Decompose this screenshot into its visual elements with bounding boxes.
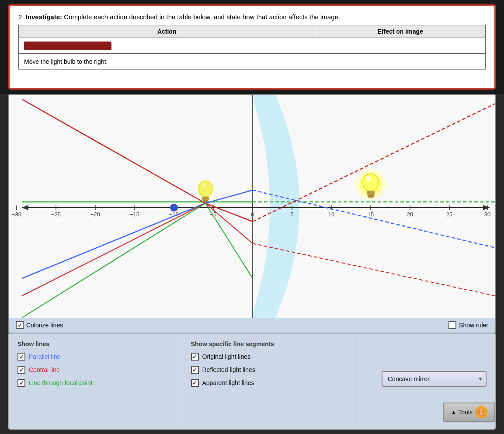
reflected-light-lines-row: Reflected light lines — [191, 366, 347, 374]
question-underline-label: Investigate: — [26, 13, 62, 21]
apparent-light-label: Apparent light lines — [202, 379, 254, 386]
show-lines-section: Show lines Parallel line Central line Li… — [9, 333, 182, 429]
ruler-checkbox-box[interactable] — [448, 321, 456, 329]
svg-rect-0 — [9, 95, 495, 318]
svg-text:20: 20 — [407, 211, 413, 218]
question-table: Action Effect on image Move the light bu… — [18, 25, 486, 69]
top-section: 2. Investigate: Complete each action des… — [0, 0, 504, 94]
show-segments-section: Show specific line segments Original lig… — [182, 333, 355, 429]
central-line-checkbox[interactable] — [17, 366, 25, 374]
focal-line-checkbox[interactable] — [17, 379, 25, 387]
mirror-type-select[interactable]: Concave mirror Convex mirror Flat mirror — [382, 371, 487, 387]
parallel-line-label: Parallel line — [29, 353, 60, 360]
focal-line-row: Line through focal point — [17, 379, 173, 387]
svg-text:−25: −25 — [51, 211, 61, 218]
original-light-lines-row: Original light lines — [191, 353, 347, 361]
colorize-lines-label: Colorize lines — [26, 322, 63, 329]
central-line-label: Central line — [29, 366, 60, 373]
parallel-line-row: Parallel line — [17, 353, 173, 361]
show-segments-title: Show specific line segments — [191, 340, 347, 347]
table-row: Move the light bulb to the right. — [19, 54, 486, 69]
simulation-wrapper: 📷 −30 −25 −20 — [8, 94, 496, 333]
svg-rect-56 — [368, 195, 374, 198]
tools-icon: 🎨 — [475, 406, 487, 418]
action2-text: Move the light bulb to the right. — [24, 58, 108, 65]
svg-text:−20: −20 — [90, 211, 100, 218]
table-cell-effect1 — [315, 38, 486, 54]
dropdown-wrapper: Concave mirror Convex mirror Flat mirror… — [382, 371, 487, 387]
bottom-panel: Show lines Parallel line Central line Li… — [8, 333, 496, 430]
central-line-row: Central line — [17, 366, 173, 374]
table-row — [19, 38, 486, 54]
question-number-label: 2. — [18, 13, 24, 21]
tools-button[interactable]: ▲ Tools 🎨 — [443, 403, 495, 422]
reflected-light-label: Reflected light lines — [202, 366, 255, 373]
svg-text:−15: −15 — [130, 211, 139, 218]
svg-text:25: 25 — [446, 211, 452, 218]
svg-rect-55 — [367, 191, 375, 195]
table-cell-redacted — [19, 38, 315, 54]
table-cell-effect2 — [315, 54, 486, 69]
svg-text:30: 30 — [484, 211, 490, 218]
question-body-text: Complete each action described in the ta… — [64, 13, 340, 21]
show-lines-title: Show lines — [17, 340, 173, 347]
svg-text:15: 15 — [368, 211, 374, 218]
svg-point-57 — [366, 176, 371, 181]
parallel-line-checkbox[interactable] — [17, 353, 25, 361]
col2-header: Effect on image — [315, 25, 486, 38]
svg-point-50 — [202, 184, 205, 188]
sim-controls-bar: Colorize lines Show ruler — [9, 318, 495, 333]
worksheet-container: 2. Investigate: Complete each action des… — [9, 5, 495, 89]
svg-text:−30: −30 — [12, 211, 21, 218]
question-paragraph: 2. Investigate: Complete each action des… — [18, 13, 486, 21]
colorize-checkbox-box[interactable] — [16, 321, 24, 329]
reflected-light-checkbox[interactable] — [191, 366, 199, 374]
colorize-lines-checkbox[interactable]: Colorize lines — [16, 321, 63, 329]
right-controls-panel: Concave mirror Convex mirror Flat mirror… — [355, 333, 495, 429]
col1-header: Action — [19, 25, 315, 38]
svg-point-44 — [170, 204, 178, 212]
apparent-light-checkbox[interactable] — [191, 379, 199, 387]
svg-rect-48 — [202, 197, 209, 200]
original-light-label: Original light lines — [202, 353, 251, 360]
simulation-svg: −30 −25 −20 −15 −10 −5 0 5 10 — [9, 95, 495, 318]
apparent-light-lines-row: Apparent light lines — [191, 379, 347, 387]
svg-point-47 — [196, 179, 215, 198]
redacted-content — [24, 42, 111, 50]
focal-line-label: Line through focal point — [29, 379, 93, 386]
show-ruler-checkbox[interactable]: Show ruler — [448, 321, 488, 329]
svg-text:0: 0 — [251, 211, 254, 218]
original-light-checkbox[interactable] — [191, 353, 199, 361]
svg-rect-49 — [203, 200, 208, 202]
mirror-type-dropdown-container: Concave mirror Convex mirror Flat mirror… — [382, 371, 487, 387]
table-cell-action2: Move the light bulb to the right. — [19, 54, 315, 69]
show-ruler-label: Show ruler — [459, 322, 488, 329]
simulation-canvas: 📷 −30 −25 −20 — [9, 95, 495, 318]
svg-text:10: 10 — [328, 211, 334, 218]
svg-text:5: 5 — [290, 211, 293, 218]
tools-button-label: ▲ Tools — [451, 409, 473, 416]
